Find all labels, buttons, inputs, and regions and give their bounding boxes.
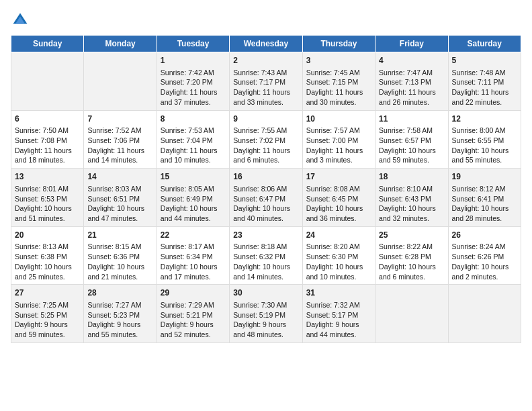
day-number: 22 (161, 230, 226, 241)
day-info: Sunrise: 7:48 AM Sunset: 7:11 PM Dayligh… (452, 68, 517, 107)
day-number: 13 (15, 171, 80, 183)
weekday-header-sunday: Sunday (11, 36, 84, 52)
day-number: 21 (87, 230, 152, 241)
day-info: Sunrise: 8:01 AM Sunset: 6:53 PM Dayligh… (15, 184, 80, 224)
calendar-cell: 28Sunrise: 7:27 AM Sunset: 5:23 PM Dayli… (84, 285, 157, 343)
calendar-table: SundayMondayTuesdayWednesdayThursdayFrid… (11, 35, 521, 343)
weekday-header-monday: Monday (84, 36, 157, 52)
calendar-cell: 21Sunrise: 8:15 AM Sunset: 6:36 PM Dayli… (84, 226, 157, 285)
calendar-week-row: 6Sunrise: 7:50 AM Sunset: 7:08 PM Daylig… (11, 110, 521, 169)
day-info: Sunrise: 7:32 AM Sunset: 5:17 PM Dayligh… (306, 300, 371, 340)
day-number: 19 (452, 171, 517, 183)
day-info: Sunrise: 8:00 AM Sunset: 6:55 PM Dayligh… (452, 126, 517, 165)
day-number: 4 (379, 55, 444, 66)
day-number: 2 (233, 55, 298, 66)
day-number: 5 (452, 55, 517, 66)
day-info: Sunrise: 7:58 AM Sunset: 6:57 PM Dayligh… (379, 126, 444, 165)
weekday-header-thursday: Thursday (302, 36, 375, 52)
day-info: Sunrise: 7:42 AM Sunset: 7:20 PM Dayligh… (161, 68, 226, 107)
calendar-cell (375, 285, 448, 343)
calendar-cell: 7Sunrise: 7:52 AM Sunset: 7:06 PM Daylig… (84, 110, 157, 169)
day-info: Sunrise: 8:06 AM Sunset: 6:47 PM Dayligh… (233, 184, 298, 224)
calendar-cell: 24Sunrise: 8:20 AM Sunset: 6:30 PM Dayli… (302, 226, 375, 285)
calendar-cell: 11Sunrise: 7:58 AM Sunset: 6:57 PM Dayli… (375, 110, 448, 169)
calendar-cell (11, 52, 84, 111)
calendar-cell: 14Sunrise: 8:03 AM Sunset: 6:51 PM Dayli… (84, 169, 157, 227)
day-info: Sunrise: 8:15 AM Sunset: 6:36 PM Dayligh… (87, 242, 152, 281)
day-info: Sunrise: 8:13 AM Sunset: 6:38 PM Dayligh… (15, 242, 80, 281)
calendar-cell: 29Sunrise: 7:29 AM Sunset: 5:21 PM Dayli… (157, 285, 229, 343)
day-info: Sunrise: 8:03 AM Sunset: 6:51 PM Dayligh… (87, 184, 152, 224)
day-number: 18 (379, 171, 444, 183)
calendar-cell: 26Sunrise: 8:24 AM Sunset: 6:26 PM Dayli… (448, 226, 521, 285)
weekday-header-saturday: Saturday (448, 36, 521, 52)
calendar-cell (84, 52, 157, 111)
calendar-week-row: 20Sunrise: 8:13 AM Sunset: 6:38 PM Dayli… (11, 226, 521, 285)
weekday-header-row: SundayMondayTuesdayWednesdayThursdayFrid… (11, 36, 521, 52)
day-info: Sunrise: 7:30 AM Sunset: 5:19 PM Dayligh… (233, 300, 298, 340)
day-number: 30 (233, 287, 298, 299)
calendar-week-row: 13Sunrise: 8:01 AM Sunset: 6:53 PM Dayli… (11, 169, 521, 227)
calendar-cell: 13Sunrise: 8:01 AM Sunset: 6:53 PM Dayli… (11, 169, 84, 227)
logo-icon (11, 11, 30, 30)
calendar-week-row: 27Sunrise: 7:25 AM Sunset: 5:25 PM Dayli… (11, 285, 521, 343)
day-info: Sunrise: 7:47 AM Sunset: 7:13 PM Dayligh… (379, 68, 444, 107)
calendar-cell: 20Sunrise: 8:13 AM Sunset: 6:38 PM Dayli… (11, 226, 84, 285)
day-number: 26 (452, 230, 517, 241)
day-number: 11 (379, 113, 444, 125)
calendar-cell: 31Sunrise: 7:32 AM Sunset: 5:17 PM Dayli… (302, 285, 375, 343)
calendar-cell: 12Sunrise: 8:00 AM Sunset: 6:55 PM Dayli… (448, 110, 521, 169)
day-number: 23 (233, 230, 298, 241)
calendar-cell: 5Sunrise: 7:48 AM Sunset: 7:11 PM Daylig… (448, 52, 521, 111)
day-number: 9 (233, 113, 298, 125)
calendar-cell: 15Sunrise: 8:05 AM Sunset: 6:49 PM Dayli… (157, 169, 229, 227)
day-info: Sunrise: 7:45 AM Sunset: 7:15 PM Dayligh… (306, 68, 371, 107)
day-number: 28 (87, 287, 152, 299)
calendar-cell: 10Sunrise: 7:57 AM Sunset: 7:00 PM Dayli… (302, 110, 375, 169)
day-number: 24 (306, 230, 371, 241)
calendar-cell: 16Sunrise: 8:06 AM Sunset: 6:47 PM Dayli… (230, 169, 302, 227)
calendar-cell: 23Sunrise: 8:18 AM Sunset: 6:32 PM Dayli… (230, 226, 302, 285)
day-info: Sunrise: 8:24 AM Sunset: 6:26 PM Dayligh… (452, 242, 517, 281)
day-info: Sunrise: 7:25 AM Sunset: 5:25 PM Dayligh… (15, 300, 80, 340)
day-number: 8 (161, 113, 226, 125)
calendar-cell (448, 285, 521, 343)
calendar-cell: 18Sunrise: 8:10 AM Sunset: 6:43 PM Dayli… (375, 169, 448, 227)
day-number: 16 (233, 171, 298, 183)
page-header (11, 11, 521, 30)
day-number: 12 (452, 113, 517, 125)
day-info: Sunrise: 8:08 AM Sunset: 6:45 PM Dayligh… (306, 184, 371, 224)
day-number: 25 (379, 230, 444, 241)
day-info: Sunrise: 8:05 AM Sunset: 6:49 PM Dayligh… (161, 184, 226, 224)
calendar-cell: 6Sunrise: 7:50 AM Sunset: 7:08 PM Daylig… (11, 110, 84, 169)
day-info: Sunrise: 7:27 AM Sunset: 5:23 PM Dayligh… (87, 300, 152, 340)
day-info: Sunrise: 7:57 AM Sunset: 7:00 PM Dayligh… (306, 126, 371, 165)
calendar-cell: 22Sunrise: 8:17 AM Sunset: 6:34 PM Dayli… (157, 226, 229, 285)
day-number: 20 (15, 230, 80, 241)
day-info: Sunrise: 7:53 AM Sunset: 7:04 PM Dayligh… (161, 126, 226, 165)
calendar-cell: 8Sunrise: 7:53 AM Sunset: 7:04 PM Daylig… (157, 110, 229, 169)
day-number: 1 (161, 55, 226, 66)
calendar-cell: 3Sunrise: 7:45 AM Sunset: 7:15 PM Daylig… (302, 52, 375, 111)
day-info: Sunrise: 7:52 AM Sunset: 7:06 PM Dayligh… (87, 126, 152, 165)
day-number: 17 (306, 171, 371, 183)
day-number: 15 (161, 171, 226, 183)
calendar-cell: 27Sunrise: 7:25 AM Sunset: 5:25 PM Dayli… (11, 285, 84, 343)
day-info: Sunrise: 8:20 AM Sunset: 6:30 PM Dayligh… (306, 242, 371, 281)
calendar-cell: 17Sunrise: 8:08 AM Sunset: 6:45 PM Dayli… (302, 169, 375, 227)
weekday-header-friday: Friday (375, 36, 448, 52)
day-number: 6 (15, 113, 80, 125)
calendar-cell: 1Sunrise: 7:42 AM Sunset: 7:20 PM Daylig… (157, 52, 229, 111)
logo (11, 11, 32, 30)
calendar-cell: 2Sunrise: 7:43 AM Sunset: 7:17 PM Daylig… (230, 52, 302, 111)
calendar-cell: 4Sunrise: 7:47 AM Sunset: 7:13 PM Daylig… (375, 52, 448, 111)
day-info: Sunrise: 7:43 AM Sunset: 7:17 PM Dayligh… (233, 68, 298, 107)
day-number: 14 (87, 171, 152, 183)
calendar-cell: 9Sunrise: 7:55 AM Sunset: 7:02 PM Daylig… (230, 110, 302, 169)
day-number: 7 (87, 113, 152, 125)
day-info: Sunrise: 8:12 AM Sunset: 6:41 PM Dayligh… (452, 184, 517, 224)
weekday-header-tuesday: Tuesday (157, 36, 229, 52)
day-info: Sunrise: 8:18 AM Sunset: 6:32 PM Dayligh… (233, 242, 298, 281)
day-number: 31 (306, 287, 371, 299)
day-info: Sunrise: 7:29 AM Sunset: 5:21 PM Dayligh… (161, 300, 226, 340)
